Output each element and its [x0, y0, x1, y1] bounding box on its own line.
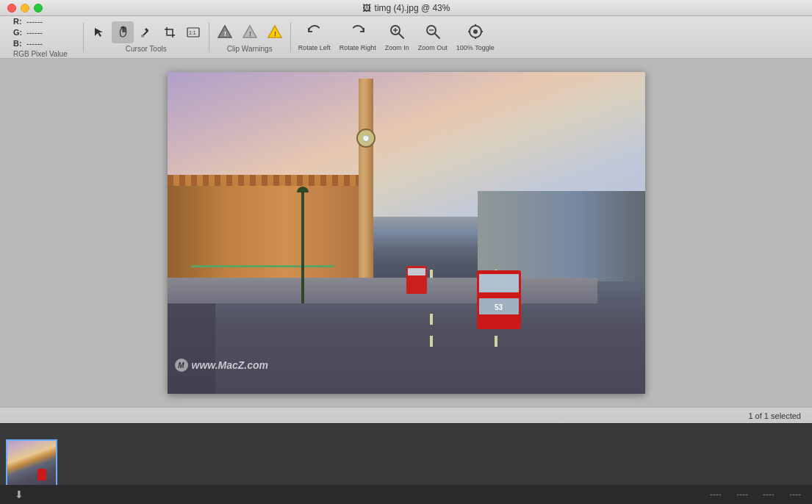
bigben-clock: 🕛 [356, 129, 376, 148]
b-value: ------ [26, 39, 56, 48]
divider-1 [83, 23, 84, 52]
bus-near: 53 [477, 270, 521, 329]
toolbar: R: ------ G: ------ B: ------ RGB Pixel … [0, 16, 812, 59]
filmstrip: ⬇ ---- ---- ---- ---- [0, 423, 812, 504]
zoom-select-tool-button[interactable]: 1:1 [182, 21, 204, 43]
rgb-section: R: ------ G: ------ B: ------ RGB Pixel … [7, 17, 79, 58]
selected-count: 1 of 1 selected [748, 411, 801, 420]
divider-2 [209, 23, 209, 52]
svg-point-2 [141, 35, 144, 37]
watermark-text: www.MacZ.com [192, 359, 269, 371]
clip-warning-buttons: ! ! ! [214, 22, 286, 43]
window-title: 🖼 timg (4).jpg @ 43% [362, 3, 450, 13]
toggle-100-button[interactable]: 100% Toggle [453, 21, 497, 53]
rgb-b-row: B: ------ [13, 39, 56, 48]
rotate-left-label: Rotate Left [298, 44, 331, 51]
cursor-tools-group: 1:1 Cursor Tools [88, 21, 204, 53]
maximize-button[interactable] [34, 4, 43, 12]
minimize-button[interactable] [21, 4, 29, 12]
download-icon: ⬇ [15, 489, 24, 500]
highlight-clip-icon: ! [267, 24, 283, 42]
bus-number: 53 [495, 303, 503, 312]
shadow-clip-button[interactable]: ! [214, 22, 236, 43]
rotate-right-icon [349, 23, 367, 43]
window-controls [7, 4, 43, 12]
filmstrip-dash-3: ---- [763, 489, 775, 500]
eyedropper-tool-button[interactable] [135, 21, 157, 43]
g-label: G: [13, 28, 24, 37]
bus-near-windows-top [479, 274, 519, 292]
image-canvas: 🕛 [168, 72, 645, 394]
main-content: 🕛 [0, 59, 812, 407]
svg-text:1:1: 1:1 [189, 30, 196, 35]
crop-icon [164, 26, 176, 38]
close-button[interactable] [7, 4, 16, 12]
action-buttons-group: Rotate Left Rotate Right Zoom In [295, 21, 497, 53]
svg-text:!: ! [249, 30, 251, 37]
rotate-right-label: Rotate Right [339, 44, 376, 51]
svg-text:!: ! [274, 30, 276, 37]
london-scene: 🕛 [168, 72, 645, 394]
title-bar: 🖼 timg (4).jpg @ 43% [0, 0, 812, 16]
rgb-g-row: G: ------ [13, 28, 56, 37]
zoom-in-icon [388, 23, 406, 43]
bridge-rail [191, 265, 334, 304]
bus-far [406, 266, 427, 294]
hand-tool-button[interactable] [112, 21, 134, 43]
zoom-out-button[interactable]: Zoom Out [415, 21, 450, 53]
hand-icon [116, 26, 129, 39]
filmstrip-bottom-bar: ⬇ ---- ---- ---- ---- [0, 485, 812, 504]
rgb-r-row: R: ------ [13, 17, 56, 26]
zoom-in-button[interactable]: Zoom In [382, 21, 412, 53]
filmstrip-actions: ---- ---- ---- ---- [710, 489, 801, 500]
zoom-in-label: Zoom In [385, 44, 409, 51]
r-value: ------ [26, 17, 56, 26]
arrow-tool-button[interactable] [88, 21, 110, 43]
filmstrip-dash-1: ---- [710, 489, 722, 500]
eyedropper-icon [140, 26, 152, 38]
svg-rect-1 [145, 28, 149, 32]
lamppost [301, 191, 304, 303]
filmstrip-dash-4: ---- [789, 489, 801, 500]
thumbnail-item[interactable] [6, 439, 57, 489]
file-icon: 🖼 [362, 3, 371, 13]
lamppost-head [297, 187, 309, 192]
zoom-select-icon: 1:1 [187, 27, 200, 37]
bus-far-window [408, 268, 425, 276]
midtone-clip-button[interactable]: ! [239, 22, 261, 43]
r-label: R: [13, 17, 24, 26]
zoom-out-icon [424, 23, 442, 43]
filmstrip-download-button[interactable]: ⬇ [11, 486, 27, 503]
svg-line-12 [399, 34, 403, 38]
cursor-tools-label: Cursor Tools [126, 45, 167, 53]
parliament-top [168, 175, 368, 186]
svg-point-19 [473, 29, 478, 34]
watermark: M www.MacZ.com [175, 359, 269, 372]
shadow-clip-icon: ! [217, 24, 233, 42]
crop-tool-button[interactable] [159, 21, 181, 43]
toggle-100-icon [467, 23, 484, 43]
arrow-icon [93, 26, 105, 38]
midtone-clip-icon: ! [242, 24, 258, 42]
toggle-100-label: 100% Toggle [456, 44, 495, 51]
status-bar: 1 of 1 selected [0, 407, 812, 423]
cursor-tool-buttons: 1:1 [88, 21, 204, 43]
b-label: B: [13, 39, 24, 48]
divider-3 [290, 23, 291, 52]
clip-warnings-label: Clip Warnings [227, 45, 273, 53]
thumbnail-bus [37, 469, 46, 480]
rotate-left-button[interactable]: Rotate Left [295, 21, 334, 53]
clip-warnings-group: ! ! ! [214, 22, 286, 53]
svg-line-16 [435, 34, 439, 38]
title-text: timg (4).jpg @ 43% [375, 3, 450, 13]
highlight-clip-button[interactable]: ! [264, 22, 286, 43]
rotate-left-icon [306, 23, 323, 43]
thumbnail-preview [7, 441, 56, 488]
rgb-label: RGB Pixel Value [13, 50, 68, 58]
svg-text:!: ! [224, 30, 226, 37]
g-value: ------ [26, 28, 56, 37]
watermark-icon: M [175, 359, 188, 372]
rotate-right-button[interactable]: Rotate Right [337, 21, 379, 53]
zoom-out-label: Zoom Out [418, 44, 448, 51]
filmstrip-dash-2: ---- [736, 489, 748, 500]
